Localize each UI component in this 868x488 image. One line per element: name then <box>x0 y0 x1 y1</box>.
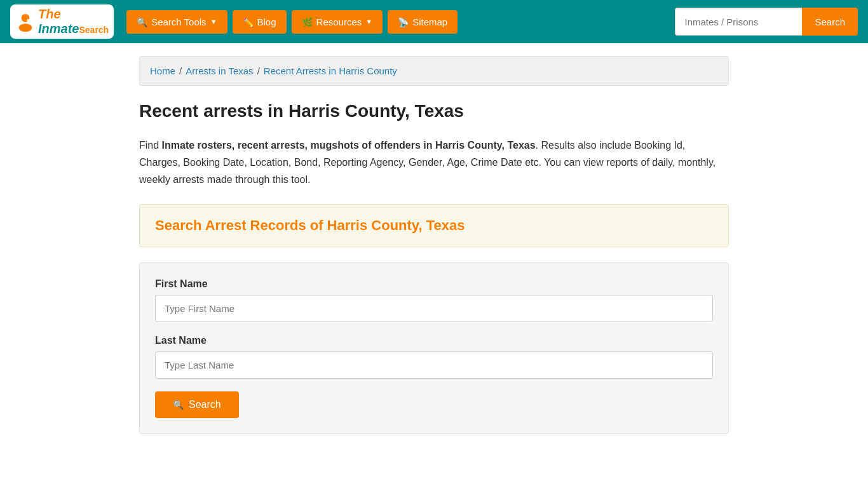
breadcrumb-sep-1: / <box>179 65 182 76</box>
search-submit-icon <box>173 399 184 410</box>
search-submit-button[interactable]: Search <box>155 391 239 418</box>
breadcrumb-home-link[interactable]: Home <box>150 65 175 76</box>
navbar: The InmateSearch Search Tools ▼ Blog Res… <box>0 0 868 43</box>
sitemap-icon <box>398 17 409 27</box>
content-wrapper: Home / Arrests in Texas / Recent Arrests… <box>129 43 739 447</box>
search-tools-label: Search Tools <box>151 17 206 27</box>
description-text-1: Find <box>139 140 162 151</box>
breadcrumb-current-link[interactable]: Recent Arrests in Harris County <box>264 65 397 76</box>
logo-box: The InmateSearch <box>10 4 114 39</box>
breadcrumb: Home / Arrests in Texas / Recent Arrests… <box>139 56 729 86</box>
resources-icon <box>302 17 313 27</box>
search-tools-chevron-icon: ▼ <box>210 18 217 25</box>
breadcrumb-current-label: Recent Arrests in Harris County <box>264 65 397 76</box>
breadcrumb-arrests-texas-link[interactable]: Arrests in Texas <box>186 65 253 76</box>
resources-label: Resources <box>316 17 362 27</box>
svg-point-1 <box>19 24 32 32</box>
breadcrumb-arrests-texas-label: Arrests in Texas <box>186 65 253 76</box>
logo-the: The <box>38 7 61 21</box>
blog-label: Blog <box>257 17 276 27</box>
last-name-input[interactable] <box>155 351 713 379</box>
nav-search-input[interactable] <box>675 8 802 36</box>
search-section-title: Search Arrest Records of Harris County, … <box>155 217 713 234</box>
search-section-header: Search Arrest Records of Harris County, … <box>139 204 729 247</box>
blog-button[interactable]: Blog <box>233 10 287 34</box>
last-name-label: Last Name <box>155 335 713 346</box>
first-name-group: First Name <box>155 278 713 322</box>
breadcrumb-home-label: Home <box>150 65 175 76</box>
page-title: Recent arrests in Harris County, Texas <box>139 101 729 121</box>
logo-search-text: Search <box>79 25 109 35</box>
search-tools-button[interactable]: Search Tools ▼ <box>126 10 227 34</box>
form-area: First Name Last Name Search <box>139 262 729 434</box>
sitemap-label: Sitemap <box>412 17 447 27</box>
blog-icon <box>243 17 254 27</box>
nav-search-button-label: Search <box>815 17 845 27</box>
resources-button[interactable]: Resources ▼ <box>292 10 383 34</box>
description-bold: Inmate rosters, recent arrests, mugshots… <box>162 140 536 151</box>
logo-inmate: Inmate <box>38 22 79 36</box>
sitemap-button[interactable]: Sitemap <box>388 10 458 34</box>
first-name-input[interactable] <box>155 295 713 322</box>
search-tools-icon <box>137 17 147 27</box>
logo-link[interactable]: The InmateSearch <box>10 4 114 39</box>
logo-text: The InmateSearch <box>38 7 109 36</box>
search-submit-label: Search <box>189 399 221 410</box>
first-name-label: First Name <box>155 278 713 290</box>
page-description: Find Inmate rosters, recent arrests, mug… <box>139 137 729 189</box>
breadcrumb-sep-2: / <box>257 65 260 76</box>
last-name-group: Last Name <box>155 335 713 379</box>
nav-search-button[interactable]: Search <box>802 8 858 36</box>
logo-person-icon <box>15 11 36 32</box>
nav-search-area: Search <box>675 8 858 36</box>
resources-chevron-icon: ▼ <box>365 18 372 25</box>
